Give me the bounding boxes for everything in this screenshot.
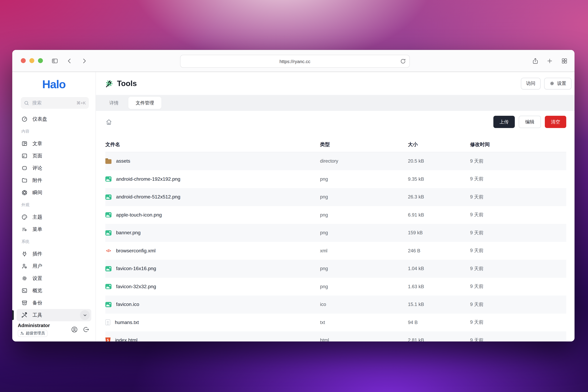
sidebar-item-plugins[interactable]: 插件 (16, 248, 91, 260)
table-body: assets directory 20.5 kB 9 天前 (105, 152, 566, 342)
chevron-down-icon (82, 313, 87, 318)
column-header-modified: 修改时间 (470, 141, 566, 148)
sidebar-nav: 仪表盘 内容 文章 页面 (12, 113, 96, 320)
clear-button[interactable]: 清空 (545, 116, 566, 128)
table-row[interactable]: browserconfig.xml xml 246 B 9 天前 (105, 242, 566, 260)
file-size: 246 B (408, 248, 470, 254)
sidebar-item-articles[interactable]: 文章 (16, 138, 91, 150)
sidebar-item-tools[interactable]: 工具 (16, 309, 91, 321)
main-panel: Tools 访问 设置 详情 文件管理 (96, 72, 574, 342)
file-name: browserconfig.xml (116, 248, 156, 254)
visit-button[interactable]: 访问 (521, 78, 540, 89)
file-type-icon (105, 230, 112, 236)
address-bar[interactable]: https://ryanc.cc (180, 55, 410, 68)
avatar-icon[interactable] (71, 326, 78, 333)
tab-bar: 详情 文件管理 (96, 95, 574, 111)
sidebar-item-backup[interactable]: 备份 (16, 297, 91, 309)
gear-icon (22, 275, 28, 282)
file-toolbar: 上传 编辑 清空 (105, 115, 566, 128)
file-type: png (320, 230, 408, 236)
file-name: favicon.ico (116, 302, 139, 307)
tab-detail[interactable]: 详情 (105, 100, 123, 106)
table-row[interactable]: favicon-32x32.png png 1.63 kB 9 天前 (105, 278, 566, 296)
tools-plugin-icon (105, 80, 113, 88)
search-field[interactable] (32, 100, 74, 106)
settings-button[interactable]: 设置 (544, 78, 572, 89)
tab-file-manager[interactable]: 文件管理 (128, 97, 162, 109)
back-icon[interactable] (63, 54, 76, 68)
table-row[interactable]: android-chrome-192x192.png png 9.35 kB 9… (105, 170, 566, 188)
file-size: 1.63 kB (408, 284, 470, 290)
sidebar-item-attachments[interactable]: 附件 (16, 174, 91, 186)
sidebar-item-label: 菜单 (32, 226, 42, 232)
sidebar-item-moments[interactable]: 瞬间 (16, 186, 91, 199)
edit-button[interactable]: 编辑 (519, 116, 541, 128)
palette-icon (22, 214, 28, 220)
table-row[interactable]: android-chrome-512x512.png png 26.3 kB 9… (105, 188, 566, 206)
safari-window: https://ryanc.cc (12, 50, 574, 342)
table-row[interactable]: index.html html 2.81 kB 9 天前 (105, 331, 566, 342)
file-size: 2.81 kB (408, 338, 470, 342)
sidebar-item-users[interactable]: 用户 (16, 260, 91, 272)
search-input[interactable]: ⌘+K (21, 97, 89, 109)
sidebar-item-comments[interactable]: 评论 (16, 162, 91, 174)
sidebar-item-dashboard[interactable]: 仪表盘 (16, 113, 91, 125)
table-row[interactable]: humans.txt txt 94 B 9 天前 (105, 314, 566, 331)
file-modified: 9 天前 (470, 337, 566, 342)
file-type-icon (105, 284, 112, 289)
file-modified: 9 天前 (470, 319, 566, 326)
page-icon (22, 153, 28, 159)
file-name: favicon-32x32.png (116, 284, 156, 290)
file-type: directory (320, 158, 408, 164)
file-size: 94 B (408, 320, 470, 325)
table-row[interactable]: favicon-16x16.png png 1.04 kB 9 天前 (105, 260, 566, 278)
file-size: 20.5 kB (408, 158, 470, 164)
list-settings-icon (22, 226, 28, 232)
share-icon[interactable] (528, 54, 542, 68)
file-type-icon (105, 302, 112, 307)
table-row[interactable]: favicon.ico ico 15.1 kB 9 天前 (105, 296, 566, 314)
file-size: 15.1 kB (408, 302, 470, 307)
forward-icon[interactable] (78, 54, 91, 68)
user-gear-icon (20, 331, 24, 335)
collapse-tools-button[interactable] (80, 310, 90, 320)
file-type: png (320, 266, 408, 272)
logout-icon[interactable] (83, 326, 90, 333)
sidebar-section-appearance: 外观 (16, 199, 91, 211)
sidebar-item-pages[interactable]: 页面 (16, 150, 91, 162)
table-row[interactable]: banner.png png 159 kB 9 天前 (105, 224, 566, 242)
sidebar-item-settings[interactable]: 设置 (16, 272, 91, 284)
file-name: banner.png (116, 230, 140, 236)
file-type: png (320, 284, 408, 290)
sidebar-item-overview[interactable]: 概览 (16, 284, 91, 297)
table-row[interactable]: apple-touch-icon.png png 6.91 kB 9 天前 (105, 206, 566, 224)
new-tab-icon[interactable] (543, 54, 556, 68)
minimize-window-button[interactable] (30, 58, 34, 63)
file-type: png (320, 176, 408, 182)
current-user[interactable]: Administrator 超级管理员 (12, 320, 96, 342)
file-modified: 9 天前 (470, 212, 566, 218)
file-type-icon (105, 176, 112, 182)
file-type-icon (105, 212, 112, 218)
page-header: Tools 访问 设置 (96, 72, 574, 95)
sidebar-toggle-icon[interactable] (48, 54, 62, 68)
user-cog-icon (22, 263, 28, 269)
sidebar-item-themes[interactable]: 主题 (16, 211, 91, 223)
file-modified: 9 天前 (470, 266, 566, 272)
sidebar-item-label: 页面 (32, 153, 42, 159)
sidebar-item-menus[interactable]: 菜单 (16, 223, 91, 236)
gear-icon (550, 81, 554, 86)
file-modified: 9 天前 (470, 284, 566, 290)
table-row[interactable]: assets directory 20.5 kB 9 天前 (105, 152, 566, 170)
tab-overview-icon[interactable] (558, 54, 571, 68)
file-type-icon (105, 248, 112, 254)
zoom-window-button[interactable] (38, 58, 43, 63)
file-modified: 9 天前 (470, 230, 566, 236)
home-icon[interactable] (105, 118, 112, 126)
upload-button[interactable]: 上传 (493, 116, 515, 128)
sidebar-section-system: 系统 (16, 236, 91, 248)
archive-icon (22, 300, 28, 306)
reload-icon[interactable] (400, 58, 406, 64)
file-name: humans.txt (115, 320, 139, 325)
close-window-button[interactable] (21, 58, 26, 63)
